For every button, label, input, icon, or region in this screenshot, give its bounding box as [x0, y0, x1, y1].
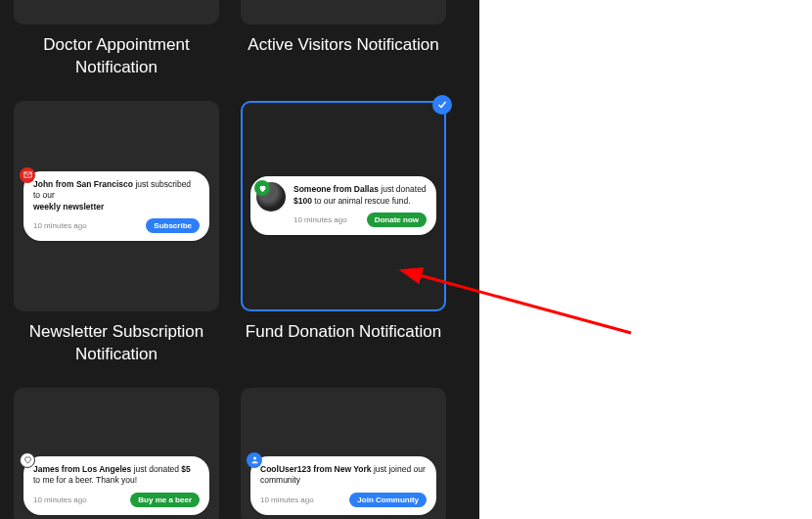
template-card-beer[interactable]: James from Los Angeles just donated $5 t… — [14, 388, 219, 519]
notification-footer: 10 minutes ago Donate now — [293, 212, 427, 227]
donate-button[interactable]: Donate now — [367, 212, 427, 227]
selected-check-icon — [432, 95, 452, 115]
subscribe-button[interactable]: Subscribe — [146, 218, 200, 233]
template-card-beer-wrap: James from Los Angeles just donated $5 t… — [14, 388, 219, 519]
notification-time: 10 minutes ago — [293, 215, 347, 224]
user-icon — [247, 452, 262, 468]
template-card-doctor-wrap: Doctor Appointment Notification — [14, 0, 219, 79]
notification-text: James from Los Angeles just donated $5 t… — [33, 464, 200, 487]
join-community-button[interactable]: Join Community — [349, 493, 427, 507]
notification-text: Someone from Dallas just donated $100 to… — [293, 184, 427, 207]
template-title-donation: Fund Donation Notification — [241, 321, 446, 344]
template-card-community-wrap: CoolUser123 from New York just joined ou… — [241, 388, 446, 519]
notification-time: 10 minutes ago — [33, 495, 87, 504]
notification-footer: 10 minutes ago Subscribe — [33, 218, 200, 233]
notification-text: CoolUser123 from New York just joined ou… — [260, 464, 427, 487]
template-card-donation[interactable]: Someone from Dallas just donated $100 to… — [241, 101, 446, 311]
notification-pill-beer: James from Los Angeles just donated $5 t… — [23, 456, 209, 515]
template-title-visitors: Active Visitors Notification — [241, 34, 446, 57]
notification-footer: 10 minutes ago Buy me a beer — [33, 493, 200, 507]
notification-time: 10 minutes ago — [33, 221, 87, 230]
template-card-newsletter-wrap: John from San Francisco just subscribed … — [14, 101, 219, 366]
notification-footer: 10 minutes ago Join Community — [260, 493, 427, 507]
notification-pill-newsletter: John from San Francisco just subscribed … — [23, 171, 209, 241]
heart-outline-icon — [20, 452, 35, 468]
notification-time: 10 minutes ago — [260, 495, 314, 504]
template-card-visitors-wrap: Active Visitors Notification — [241, 0, 446, 79]
template-card-newsletter[interactable]: John from San Francisco just subscribed … — [14, 101, 219, 311]
buy-beer-button[interactable]: Buy me a beer — [130, 493, 200, 507]
template-card-doctor[interactable] — [14, 0, 219, 24]
template-title-doctor: Doctor Appointment Notification — [14, 34, 219, 79]
mail-icon — [20, 167, 35, 183]
template-title-newsletter: Newsletter Subscription Notification — [14, 321, 219, 366]
notification-pill-donation: Someone from Dallas just donated $100 to… — [250, 176, 436, 235]
template-card-community[interactable]: CoolUser123 from New York just joined ou… — [241, 388, 446, 519]
template-card-visitors[interactable] — [241, 0, 446, 24]
svg-point-0 — [253, 457, 256, 460]
notification-pill-community: CoolUser123 from New York just joined ou… — [250, 456, 436, 515]
template-card-donation-wrap: Someone from Dallas just donated $100 to… — [241, 101, 446, 366]
template-panel: Doctor Appointment Notification Active V… — [0, 0, 479, 519]
template-grid: Doctor Appointment Notification Active V… — [14, 0, 466, 519]
notification-text: John from San Francisco just subscribed … — [33, 179, 200, 212]
